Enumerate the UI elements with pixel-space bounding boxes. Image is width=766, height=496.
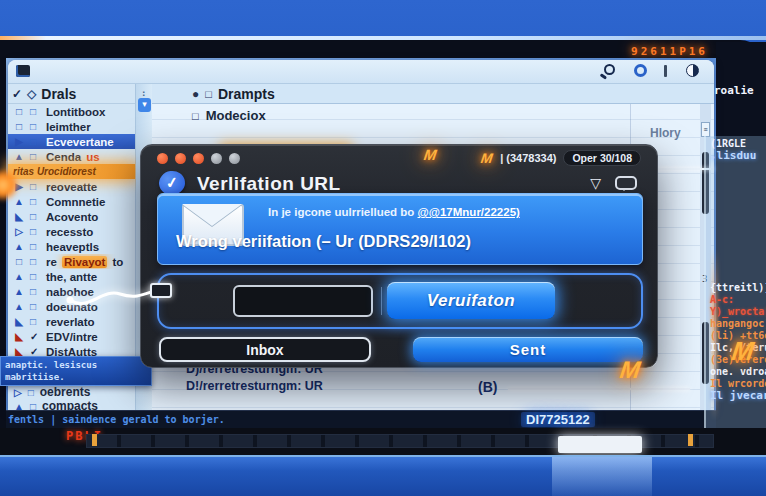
record-icon[interactable] [634, 64, 647, 77]
brand-flame-icon: M [480, 150, 494, 166]
keyboard-accent [688, 434, 693, 446]
dropdown-triangle-icon[interactable]: ▽ [590, 175, 601, 191]
checkbox-icon: □ [28, 387, 34, 398]
checkbox-icon: □ [30, 196, 41, 207]
checkbox-icon: □ [205, 88, 212, 100]
sidebar-item[interactable]: □□reRivayotto [8, 254, 135, 269]
minimize-button[interactable] [175, 153, 186, 164]
verification-code-input[interactable] [233, 285, 373, 317]
folder-icon: ▲ [13, 271, 25, 282]
sidebar-header[interactable]: ✓ ◇ Drals [8, 84, 135, 104]
tooltip-line: anaptic. lesiscus [5, 359, 147, 371]
window-button[interactable] [229, 153, 240, 164]
list-header-label: Drampts [218, 86, 275, 102]
splitter-dots-icon: : [141, 88, 146, 98]
checkbox-icon: □ [30, 226, 41, 237]
app-icon [16, 65, 30, 77]
inbox-button[interactable]: Inbox [159, 337, 371, 362]
code-line: {ttreitl)]}; [710, 282, 766, 294]
sidebar-item[interactable]: ▲□Cendaus [8, 149, 135, 164]
chevron-down-icon[interactable]: ▾ [138, 98, 151, 112]
status-text: fentls | saindence gerald to borjer. [8, 414, 225, 425]
checkbox-icon: □ [30, 121, 41, 132]
laptop-base [0, 455, 766, 496]
bezel-digital-readout: 92611P16 [631, 45, 708, 58]
divider-icon [664, 64, 667, 77]
dialog-meta: M | (3478334) Oper 30/108 [481, 150, 641, 166]
folder-icon: □ [13, 121, 25, 132]
folder-icon: ◣ [13, 316, 25, 327]
verify-button[interactable]: Veruifaton [387, 282, 555, 319]
checkbox-icon: □ [30, 136, 41, 147]
item-label: re [46, 256, 57, 268]
neon-id-tag: DI7725122 [521, 412, 595, 427]
flag-icon: ◣ [13, 331, 25, 342]
item-label: recessto [46, 226, 93, 238]
message-line2: Wrong veriifation (– Ur (DDRS29/I102) [176, 232, 644, 251]
close-button[interactable] [157, 153, 168, 164]
message-link[interactable]: @@17Mnur/22225) [418, 206, 520, 218]
flame-logo-icon: M [618, 356, 642, 384]
sidebar-item-list: □□Lontitboox□□Ieimther▶□Ecvevertane▲□Cen… [8, 104, 135, 359]
folder-icon: ▶ [13, 136, 25, 147]
sidebar-item[interactable]: ▷□recessto [8, 224, 135, 239]
sidebar-item[interactable]: ritas Urocidiorest [8, 164, 135, 179]
sidebar-item[interactable]: ▶□reoveatte [8, 179, 135, 194]
verification-dialog: M | (3478334) Oper 30/108 ✓ Verlifation … [140, 144, 658, 368]
sent-button[interactable]: Sent [413, 337, 643, 362]
chat-bubble-icon[interactable] [615, 176, 637, 190]
history-column-header[interactable]: Hlory [650, 126, 681, 140]
code-top-label: roalie [714, 84, 754, 97]
flame-logo-icon: M [730, 336, 756, 367]
item-label: Comnnetie [46, 196, 105, 208]
sidebar-item[interactable]: ◣✓EDV/intre [8, 329, 135, 344]
sidebar-item[interactable]: ▲□heaveptls [8, 239, 135, 254]
search-icon[interactable] [604, 64, 615, 75]
dialog-number: | (3478334) [500, 152, 556, 164]
checkbox-icon: □ [30, 211, 41, 222]
item-label: Ecvevertane [46, 136, 114, 148]
check-icon: ✓ [30, 331, 41, 342]
bezel-bottom-band: PBLI [0, 428, 766, 455]
code-line: A-c: [710, 294, 766, 306]
message-panel: In je igcone uulrriellued bo @@17Mnur/22… [157, 193, 643, 265]
url-result-line2: D!/rerretresturngm: UR [186, 379, 323, 393]
contrast-icon[interactable] [686, 64, 699, 77]
maximize-button[interactable] [193, 153, 204, 164]
checkbox-icon: □ [30, 151, 41, 162]
sidebar-item[interactable]: ▲□Comnnetie [8, 194, 135, 209]
message-prefix: In je igcone uulrriellued bo [268, 206, 418, 218]
window-button[interactable] [211, 153, 222, 164]
code-line: Il jvecarder [710, 390, 766, 402]
sidebar-item[interactable]: □□Ieimther [8, 119, 135, 134]
screen-reflection [558, 436, 642, 453]
sidebar-item[interactable]: □□Lontitboox [8, 104, 135, 119]
sidebar-item[interactable]: ▶□Ecvevertane [8, 134, 135, 149]
diamond-icon: ◇ [27, 87, 36, 101]
item-label: Lontitboox [46, 106, 105, 118]
b-badge: (B) [478, 379, 497, 395]
dialog-counter-tag: Oper 30/108 [563, 150, 641, 166]
item-label: Ieimther [46, 121, 91, 133]
app-toolbar [8, 60, 714, 84]
list-header-row[interactable]: ● □ Drampts [152, 84, 714, 104]
checkbox-icon: □ [192, 110, 199, 122]
list-row-modeciox[interactable]: □ Modeciox [192, 108, 266, 123]
keyboard-accent [92, 434, 97, 446]
item-label: to [112, 256, 123, 268]
folder-icon: ▲ [13, 196, 25, 207]
scrollbar-menu-icon[interactable]: ≡ [701, 122, 710, 137]
dialog-title: Verlifation URL [197, 173, 341, 195]
folder-icon: ▲ [13, 151, 25, 162]
tooltip-line: mabritiise. [5, 371, 147, 383]
item-label-suffix: us [86, 151, 99, 163]
status-bar: fentls | saindence gerald to borjer. DI7… [6, 410, 716, 428]
sidebar-item[interactable]: ◣□Acovento [8, 209, 135, 224]
checkbox-icon: □ [30, 241, 41, 252]
item-highlight: Rivayot [62, 256, 108, 268]
item-label: EDV/intre [46, 331, 98, 343]
folder-icon: ▷ [13, 226, 25, 237]
item-label: heaveptls [46, 241, 99, 253]
checkbox-icon: □ [30, 181, 41, 192]
sidebar-item[interactable]: ▷□oebrents [14, 385, 90, 399]
